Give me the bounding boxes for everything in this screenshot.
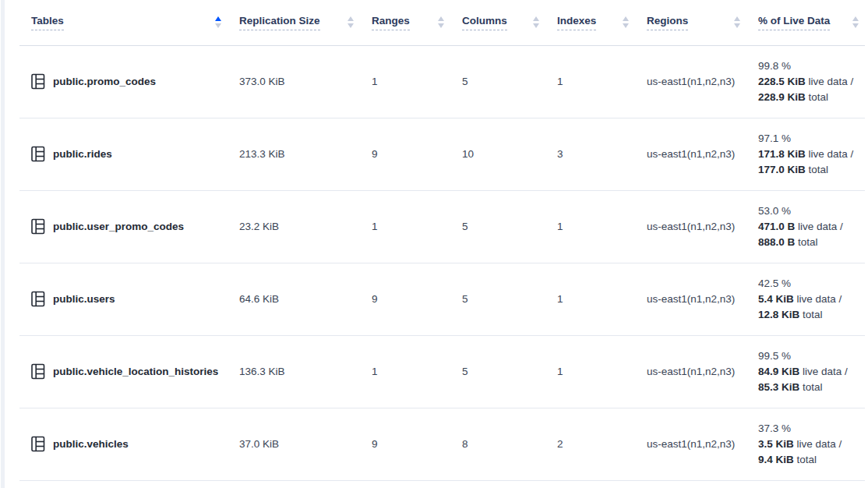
- replication-size-cell: 213.3 KiB: [228, 118, 360, 190]
- column-header[interactable]: % of Live Data: [746, 0, 865, 45]
- table-name-cell[interactable]: public.vehicles: [19, 408, 228, 480]
- replication-size-cell: 136.3 KiB: [228, 335, 360, 408]
- indexes-cell: 1: [545, 45, 635, 118]
- caret-down-icon: [348, 23, 354, 28]
- table-icon: [31, 73, 45, 90]
- live-data-size-line: 171.8 KiB live data /: [758, 147, 859, 162]
- ranges-cell: 1: [360, 335, 450, 408]
- sort-carets-icon[interactable]: [852, 16, 859, 28]
- caret-down-icon: [623, 23, 629, 28]
- column-header[interactable]: Indexes: [545, 0, 635, 45]
- table-name-link[interactable]: public.vehicle_location_histories: [53, 366, 218, 377]
- live-data-size-line: 3.5 KiB live data /: [758, 437, 859, 452]
- caret-down-icon: [438, 23, 444, 28]
- caret-up-icon: [348, 16, 354, 21]
- table-row[interactable]: public.promo_codes 373.0 KiB 1 5 1 us-ea…: [19, 45, 865, 118]
- column-header-label[interactable]: Replication Size: [239, 15, 320, 30]
- live-data-cell: 42.5 % 5.4 KiB live data / 12.8 KiB tota…: [746, 263, 865, 335]
- total-data-size-line: 12.8 KiB total: [758, 307, 859, 323]
- table-row[interactable]: public.vehicles 37.0 KiB 9 8 2 us-east1(…: [19, 408, 865, 480]
- regions-cell: us-east1(n1,n2,n3): [635, 190, 746, 263]
- ranges-cell: 9: [360, 408, 450, 480]
- live-data-size-line: 228.5 KiB live data /: [758, 74, 859, 90]
- column-header-label[interactable]: Indexes: [557, 15, 596, 30]
- table-row[interactable]: public.user_promo_codes 23.2 KiB 1 5 1 u…: [19, 190, 865, 263]
- database-tables-table: Tables Replication Size Ranges Columns: [19, 0, 865, 481]
- live-data-cell: 97.1 % 171.8 KiB live data / 177.0 KiB t…: [746, 118, 865, 190]
- tables-list-container: Tables Replication Size Ranges Columns: [19, 0, 865, 481]
- live-data-cell: 53.0 % 471.0 B live data / 888.0 B total: [746, 190, 865, 263]
- tables-page: Tables Replication Size Ranges Columns: [0, 0, 868, 488]
- regions-cell: us-east1(n1,n2,n3): [635, 45, 746, 118]
- live-data-percent: 99.5 %: [758, 348, 859, 364]
- header-row: Tables Replication Size Ranges Columns: [19, 0, 865, 45]
- regions-cell: us-east1(n1,n2,n3): [635, 263, 746, 335]
- table-icon: [31, 291, 45, 307]
- sort-carets-icon[interactable]: [348, 16, 354, 28]
- sort-carets-icon[interactable]: [623, 16, 629, 28]
- indexes-cell: 1: [545, 335, 635, 408]
- table-name-link[interactable]: public.vehicles: [53, 438, 129, 450]
- table-body: public.promo_codes 373.0 KiB 1 5 1 us-ea…: [19, 45, 865, 480]
- indexes-cell: 2: [545, 408, 635, 480]
- columns-cell: 5: [450, 335, 545, 408]
- regions-cell: us-east1(n1,n2,n3): [635, 118, 746, 190]
- live-data-size-line: 84.9 KiB live data /: [758, 364, 859, 380]
- table-name-cell[interactable]: public.rides: [19, 118, 228, 190]
- table-name-cell[interactable]: public.users: [19, 263, 228, 335]
- ranges-cell: 9: [360, 263, 450, 335]
- table-name-cell[interactable]: public.promo_codes: [19, 45, 228, 118]
- total-data-size-line: 228.9 KiB total: [758, 90, 859, 105]
- column-header[interactable]: Replication Size: [228, 0, 360, 45]
- table-icon: [31, 218, 45, 235]
- column-header-label[interactable]: % of Live Data: [758, 15, 830, 30]
- total-data-size-line: 85.3 KiB total: [758, 380, 859, 395]
- table-name-link[interactable]: public.rides: [53, 148, 112, 160]
- sort-carets-icon[interactable]: [533, 16, 539, 28]
- ranges-cell: 9: [360, 118, 450, 190]
- regions-cell: us-east1(n1,n2,n3): [635, 335, 746, 408]
- table-row[interactable]: public.vehicle_location_histories 136.3 …: [19, 335, 865, 408]
- sort-carets-icon[interactable]: [438, 16, 444, 28]
- regions-cell: us-east1(n1,n2,n3): [635, 408, 746, 480]
- columns-cell: 8: [450, 408, 545, 480]
- table-name-link[interactable]: public.promo_codes: [53, 76, 156, 87]
- table-name-cell[interactable]: public.vehicle_location_histories: [19, 335, 228, 408]
- caret-down-icon: [533, 23, 539, 28]
- column-header-label[interactable]: Regions: [647, 15, 688, 30]
- caret-up-icon: [215, 16, 221, 21]
- column-header-label[interactable]: Ranges: [372, 15, 410, 30]
- table-name-link[interactable]: public.user_promo_codes: [53, 221, 184, 232]
- caret-down-icon: [734, 23, 740, 28]
- sort-carets-icon[interactable]: [734, 16, 740, 28]
- table-icon: [31, 436, 45, 452]
- table-row[interactable]: public.users 64.6 KiB 9 5 1 us-east1(n1,…: [19, 263, 865, 335]
- caret-up-icon: [438, 16, 444, 21]
- column-header[interactable]: Regions: [635, 0, 746, 45]
- total-data-size-line: 888.0 B total: [758, 235, 859, 250]
- live-data-cell: 99.8 % 228.5 KiB live data / 228.9 KiB t…: [746, 45, 865, 118]
- columns-cell: 10: [450, 118, 545, 190]
- column-header[interactable]: Tables: [19, 0, 228, 45]
- columns-cell: 5: [450, 45, 545, 118]
- table-icon: [31, 363, 45, 380]
- caret-up-icon: [734, 16, 740, 21]
- total-data-size-line: 9.4 KiB total: [758, 452, 859, 468]
- live-data-percent: 37.3 %: [758, 421, 859, 437]
- sort-carets-icon[interactable]: [215, 16, 221, 28]
- replication-size-cell: 373.0 KiB: [228, 45, 360, 118]
- caret-down-icon: [215, 23, 221, 28]
- column-header-label[interactable]: Columns: [462, 15, 507, 30]
- column-header[interactable]: Ranges: [360, 0, 450, 45]
- table-name-cell[interactable]: public.user_promo_codes: [19, 190, 228, 263]
- table-row[interactable]: public.rides 213.3 KiB 9 10 3 us-east1(n…: [19, 118, 865, 190]
- caret-down-icon: [852, 23, 859, 28]
- live-data-percent: 97.1 %: [758, 131, 859, 147]
- table-name-link[interactable]: public.users: [53, 293, 115, 305]
- live-data-cell: 37.3 % 3.5 KiB live data / 9.4 KiB total: [746, 408, 865, 480]
- column-header[interactable]: Columns: [450, 0, 545, 45]
- column-header-label[interactable]: Tables: [31, 15, 64, 30]
- caret-up-icon: [852, 16, 859, 21]
- columns-cell: 5: [450, 263, 545, 335]
- indexes-cell: 1: [545, 263, 635, 335]
